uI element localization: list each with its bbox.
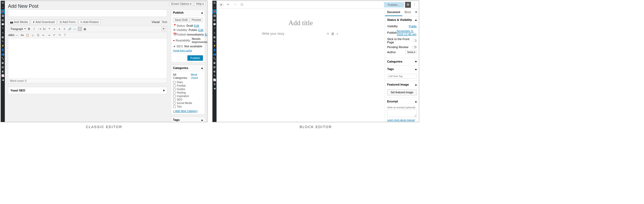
- circ-icon[interactable]: ◐: [213, 69, 217, 74]
- publish-btn[interactable]: Publish: [187, 55, 203, 61]
- grid-icon[interactable]: ▦: [1, 35, 5, 39]
- collapse-icon[interactable]: ◀: [1, 78, 5, 82]
- more-icon[interactable]: ⋮: [412, 2, 417, 8]
- users-icon[interactable]: 👥: [1, 52, 5, 56]
- add-form-btn[interactable]: ☰ Add Form: [58, 20, 77, 24]
- comment-icon[interactable]: 💬: [1, 22, 5, 26]
- align-right-icon[interactable]: ≡: [62, 27, 67, 31]
- tool-icon[interactable]: 🔧: [1, 56, 5, 61]
- media-icon[interactable]: 🖼: [1, 14, 5, 18]
- tbl-icon[interactable]: ▦: [1, 61, 5, 65]
- undo-icon[interactable]: ↶: [226, 2, 230, 7]
- gb-publish-btn[interactable]: Publish…: [384, 2, 404, 7]
- cat-checkbox[interactable]: [173, 88, 176, 91]
- plugin-icon[interactable]: ⚡: [213, 44, 217, 48]
- ol-icon[interactable]: 1≡: [42, 27, 46, 31]
- status-edit[interactable]: Edit: [194, 24, 199, 27]
- save-draft-btn[interactable]: Save Draft: [173, 18, 189, 22]
- category-item[interactable]: Diary: [173, 81, 203, 84]
- category-item[interactable]: Hosting: [173, 91, 203, 94]
- stick-toggle[interactable]: [413, 39, 417, 42]
- link-icon[interactable]: 🔗: [68, 27, 72, 31]
- bold-icon[interactable]: B: [27, 27, 31, 31]
- grid-icon[interactable]: ▦: [213, 35, 217, 39]
- vis-val[interactable]: Public: [409, 25, 417, 28]
- pub-val[interactable]: November 8, 2018 12:45 pm: [397, 29, 417, 36]
- exc-toggle[interactable]: ▴: [415, 100, 417, 103]
- db-icon[interactable]: ▤: [213, 65, 217, 69]
- outdent-icon[interactable]: ⇤: [41, 33, 46, 37]
- chart-icon[interactable]: 📈: [1, 74, 5, 78]
- excerpt-link[interactable]: Learn more about manual excerpts ↗: [387, 119, 417, 122]
- pub-edit[interactable]: Edit: [205, 33, 207, 36]
- auth-select[interactable]: Tanita ▾: [406, 50, 417, 54]
- strike-icon[interactable]: ABC: [9, 33, 14, 37]
- text-tab[interactable]: Text: [162, 20, 167, 24]
- align-left-icon[interactable]: ≡: [52, 27, 57, 31]
- cat-checkbox[interactable]: [173, 81, 176, 84]
- clear-icon[interactable]: ◇: [31, 33, 35, 37]
- more-icon[interactable]: —: [73, 27, 77, 31]
- toolbar-toggle-icon[interactable]: ▦: [83, 27, 87, 31]
- circle-icon[interactable]: ◐: [1, 69, 5, 74]
- dash-icon[interactable]: ⌂: [1, 5, 5, 9]
- close-icon[interactable]: ✕: [415, 10, 417, 14]
- brush-icon[interactable]: ✎: [1, 39, 5, 44]
- pin-icon[interactable]: 📌: [213, 9, 217, 14]
- post-title-input[interactable]: [8, 9, 167, 17]
- add-rotator-btn[interactable]: ↻ Add Rotator: [78, 20, 101, 24]
- block-tab[interactable]: Block: [402, 9, 413, 16]
- cats-all-tab[interactable]: All Categories: [173, 73, 189, 79]
- quote-icon[interactable]: ❝: [213, 26, 217, 31]
- user-icon[interactable]: 👤: [213, 48, 217, 52]
- add-block-icon[interactable]: ⊕: [219, 2, 223, 7]
- list-icon[interactable]: ≡: [213, 31, 217, 35]
- set-feat-btn[interactable]: Set featured image: [387, 89, 417, 95]
- users-icon[interactable]: 👥: [213, 52, 217, 56]
- hr-icon[interactable]: —: [15, 33, 19, 37]
- help-tab[interactable]: Help ▾: [194, 2, 206, 6]
- cat-checkbox[interactable]: [173, 102, 176, 105]
- preview-btn[interactable]: Preview: [190, 18, 203, 22]
- close-icon[interactable]: ✕: [162, 27, 166, 31]
- heading-icon[interactable]: H: [326, 32, 330, 36]
- purge-link[interactable]: Purge from cache: [173, 49, 192, 52]
- vis-edit[interactable]: Edit: [198, 28, 203, 32]
- textcolor-icon[interactable]: A▾: [20, 33, 24, 37]
- list-icon[interactable]: ≡: [1, 31, 5, 35]
- settings-icon[interactable]: ⚙: [405, 2, 411, 8]
- align-center-icon[interactable]: ≡: [57, 27, 62, 31]
- tags-toggle[interactable]: ▴: [201, 118, 203, 122]
- pages-icon[interactable]: ▤: [213, 18, 217, 22]
- add-download-btn[interactable]: ⬇ Add Download: [31, 20, 56, 24]
- pen-icon[interactable]: ✎: [213, 74, 217, 78]
- sv-toggle[interactable]: ▴: [415, 18, 417, 22]
- list-icon[interactable]: ≡: [336, 32, 339, 36]
- tbl-icon[interactable]: ▦: [213, 61, 217, 65]
- title-placeholder[interactable]: Add title: [217, 19, 385, 27]
- yoast-toggle[interactable]: ▾: [163, 89, 165, 92]
- publish-toggle[interactable]: ▴: [201, 11, 203, 14]
- redo-icon[interactable]: ↷: [233, 2, 237, 7]
- format-select[interactable]: Paragraph: [9, 27, 26, 31]
- wp-logo-icon[interactable]: ⓦ: [213, 1, 217, 5]
- dash-icon[interactable]: ⌂: [213, 5, 217, 9]
- image-icon[interactable]: 🖼: [331, 32, 335, 36]
- italic-icon[interactable]: I: [32, 27, 36, 31]
- category-item[interactable]: Social Media: [173, 102, 203, 105]
- category-item[interactable]: Freebie: [173, 84, 203, 87]
- tags-toggle[interactable]: ▴: [415, 67, 417, 71]
- category-item[interactable]: Tips: [173, 105, 203, 108]
- category-item[interactable]: Inspiration: [173, 95, 203, 98]
- chart-icon[interactable]: 📈: [213, 78, 217, 82]
- pages-icon[interactable]: ▤: [1, 18, 5, 22]
- editor-textarea[interactable]: [8, 38, 167, 79]
- collapse-icon[interactable]: ◀: [213, 86, 217, 91]
- paste-icon[interactable]: 📋: [25, 33, 30, 37]
- document-tab[interactable]: Document: [385, 9, 402, 16]
- fullscreen-icon[interactable]: ⛶: [78, 27, 82, 31]
- visual-tab[interactable]: Visual: [152, 20, 160, 24]
- cats-toggle[interactable]: ▴: [201, 66, 203, 70]
- screen-options[interactable]: Screen Options ▾: [169, 2, 193, 6]
- help-icon[interactable]: ?: [63, 33, 67, 37]
